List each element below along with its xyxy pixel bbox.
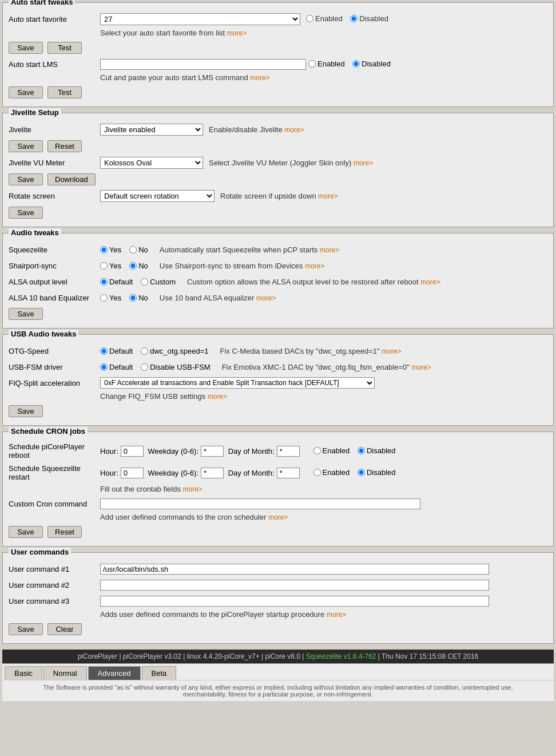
reboot-label: Schedule piCorePlayer reboot <box>9 442 100 460</box>
favorite-test-button[interactable]: Test <box>47 42 82 54</box>
cmd1-label: User command #1 <box>9 565 100 573</box>
fiq-more-link[interactable]: more> <box>208 393 227 401</box>
usb-audio-title: USB Audio tweaks <box>9 330 78 338</box>
restart-disabled-radio[interactable] <box>358 469 365 476</box>
custom-cron-control <box>100 498 547 509</box>
custom-cron-input[interactable] <box>100 498 420 509</box>
eq-more-link[interactable]: more> <box>256 294 276 302</box>
shairport-yes-radio[interactable] <box>100 262 108 270</box>
tab-basic[interactable]: Basic <box>5 666 42 680</box>
user-cmd-clear-button[interactable]: Clear <box>47 623 82 635</box>
lms-enabled-radio[interactable] <box>308 60 316 68</box>
usb-audio-save-button[interactable]: Save <box>9 405 43 417</box>
rotate-save-button[interactable]: Save <box>9 207 43 219</box>
shairport-more-link[interactable]: more> <box>305 262 324 270</box>
jivelite-select[interactable]: Jivelite enabled Jivelite disabled <box>100 124 203 136</box>
favorite-more-link[interactable]: more> <box>227 29 247 37</box>
cron-more-link[interactable]: more> <box>183 485 202 493</box>
user-cmd-more-link[interactable]: more> <box>327 611 346 619</box>
fsm-more-link[interactable]: more> <box>412 363 431 371</box>
audio-save-button[interactable]: Save <box>9 308 43 320</box>
vu-save-button[interactable]: Save <box>9 173 43 185</box>
squeezelite-yes-radio[interactable] <box>100 246 108 254</box>
lms-label: Auto start LMS <box>9 60 100 69</box>
user-cmd-save-button[interactable]: Save <box>9 623 43 635</box>
shairport-no-radio[interactable] <box>129 262 137 270</box>
cmd2-input[interactable] <box>100 580 489 591</box>
otg-row: OTG-Speed Default dwc_otg.speed=1 Fix C-… <box>9 343 547 359</box>
jivelite-more-link[interactable]: more> <box>284 126 304 134</box>
fsm-label: USB-FSM driver <box>9 363 100 371</box>
favorite-control: 27 Enabled Disabled <box>100 13 547 25</box>
cmd2-control <box>100 580 547 591</box>
cron-reset-button[interactable]: Reset <box>47 526 82 538</box>
reboot-disabled-radio[interactable] <box>358 447 365 454</box>
vu-select[interactable]: Kolossos Oval Default Custom <box>100 157 203 169</box>
fsm-default-radio[interactable] <box>100 363 108 371</box>
user-cmd-hint: Adds user defined commands to the piCore… <box>9 609 547 621</box>
cron-section: Schedule CRON jobs Schedule piCorePlayer… <box>2 432 554 547</box>
otg-default-radio[interactable] <box>100 347 108 355</box>
squeezelite-link[interactable]: Squeezelite v1.8.4-762 <box>306 652 376 660</box>
cmd3-input[interactable] <box>100 596 489 607</box>
reboot-dom-input[interactable] <box>277 446 300 457</box>
vu-download-button[interactable]: Download <box>47 173 96 185</box>
tab-beta[interactable]: Beta <box>142 666 177 680</box>
reboot-control: Hour: Weekday (0-6): Day of Month: Enabl… <box>100 446 547 457</box>
fiq-control: 0xF Accelerate all transactions and Enab… <box>100 377 547 389</box>
restart-dom-input[interactable] <box>277 468 300 478</box>
restart-hour-input[interactable] <box>121 468 144 478</box>
rotate-select[interactable]: Default screen rotation Rotate 180 degre… <box>100 190 215 202</box>
auto-start-title: Auto start tweaks <box>9 0 75 6</box>
lms-disabled-radio[interactable] <box>352 60 360 68</box>
reboot-enabled-radio[interactable] <box>313 447 321 454</box>
cmd1-input[interactable] <box>100 564 489 575</box>
otg-more-link[interactable]: more> <box>382 347 401 355</box>
otg-label: OTG-Speed <box>9 347 100 355</box>
lms-more-link[interactable]: more> <box>250 74 269 82</box>
jivelite-section: Jivelite Setup Jivelite Jivelite enabled… <box>2 113 554 227</box>
jivelite-label: Jivelite <box>9 125 100 134</box>
favorite-enabled-radio[interactable] <box>306 15 313 22</box>
otg-custom-radio[interactable] <box>141 347 148 355</box>
eq-row: ALSA 10 band Equalizer Yes No Use 10 ban… <box>9 290 547 306</box>
vu-more-link[interactable]: more> <box>354 159 373 167</box>
user-cmd-buttons: Save Clear <box>9 621 547 638</box>
cron-title: Schedule CRON jobs <box>9 427 88 436</box>
audio-buttons: Save <box>9 306 547 322</box>
alsa-custom-radio[interactable] <box>141 278 148 286</box>
cron-save-button[interactable]: Save <box>9 526 43 538</box>
eq-no-radio[interactable] <box>129 294 137 302</box>
favorite-select[interactable]: 27 <box>100 13 300 25</box>
footer-text: piCorePlayer | piCorePlayer v3.02 | linu… <box>78 652 304 660</box>
jivelite-buttons-1: Save Reset <box>9 138 547 155</box>
squeezelite-no-radio[interactable] <box>129 246 137 254</box>
reboot-weekday-input[interactable] <box>201 446 224 457</box>
favorite-label: Auto start favorite <box>9 15 100 23</box>
rotate-control: Default screen rotation Rotate 180 degre… <box>100 190 547 202</box>
restart-enabled-radio[interactable] <box>313 469 321 476</box>
alsa-default-radio[interactable] <box>100 278 108 286</box>
lms-save-button[interactable]: Save <box>9 86 43 98</box>
tab-normal[interactable]: Normal <box>43 666 87 680</box>
fiq-select[interactable]: 0xF Accelerate all transactions and Enab… <box>100 377 375 389</box>
restart-weekday-input[interactable] <box>201 468 224 478</box>
fsm-custom-radio[interactable] <box>141 363 148 371</box>
eq-yes-radio[interactable] <box>100 294 108 302</box>
jivelite-save-button[interactable]: Save <box>9 140 43 152</box>
lms-control: Enabled Disabled <box>100 59 547 70</box>
reboot-hour-input[interactable] <box>121 446 144 457</box>
audio-title: Audio tweaks <box>9 228 61 237</box>
footer-date: | Thu Nov 17 15:15:08 CET 2016 <box>378 652 478 660</box>
cmd3-label: User command #3 <box>9 597 100 605</box>
tab-advanced[interactable]: Advanced <box>88 666 141 680</box>
favorite-save-button[interactable]: Save <box>9 42 43 54</box>
rotate-more-link[interactable]: more> <box>318 192 337 200</box>
lms-test-button[interactable]: Test <box>47 86 82 98</box>
jivelite-reset-button[interactable]: Reset <box>47 140 82 152</box>
lms-input[interactable] <box>100 59 306 70</box>
custom-cron-more-link[interactable]: more> <box>268 513 288 521</box>
squeezelite-more-link[interactable]: more> <box>320 246 339 254</box>
favorite-disabled-radio[interactable] <box>350 15 358 22</box>
alsa-more-link[interactable]: more> <box>420 278 440 286</box>
